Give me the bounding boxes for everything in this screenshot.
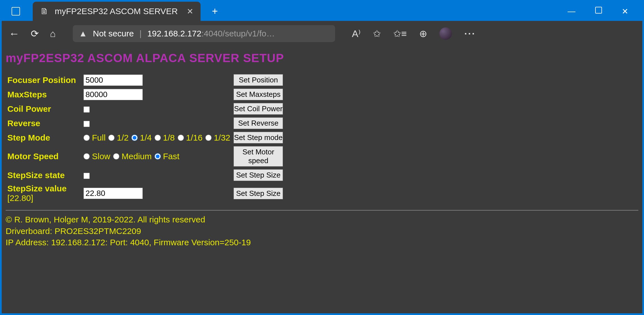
coil-power-checkbox[interactable]: [83, 106, 90, 113]
address-bar[interactable]: ▲ Not secure | 192.168.2.172:4040/setup/…: [73, 25, 335, 42]
stepsize-state-checkbox[interactable]: [83, 173, 90, 179]
step-mode-eighth[interactable]: [155, 135, 161, 141]
focuser-position-input[interactable]: [83, 75, 143, 86]
read-aloud-icon[interactable]: A⁾: [352, 28, 361, 39]
collections-icon[interactable]: ⊕: [419, 28, 427, 39]
label-reverse: Reverse: [6, 116, 82, 130]
refresh-button[interactable]: ⟳: [31, 28, 39, 39]
step-mode-quarter[interactable]: [131, 135, 138, 141]
new-tab-button[interactable]: +: [212, 5, 218, 17]
browser-tab[interactable]: 🗎 myFP2ESP32 ASCOM SERVER ✕: [33, 2, 201, 21]
label-focuser-position: Focuser Position: [6, 73, 82, 87]
separator: [6, 210, 638, 211]
page-icon: 🗎: [40, 6, 49, 16]
label-step-mode: Step Mode: [6, 130, 82, 145]
back-button[interactable]: ←: [9, 28, 19, 40]
browser-toolbar: ← ⟳ ⌂ ▲ Not secure | 192.168.2.172:4040/…: [2, 21, 642, 46]
titlebar: 🗎 myFP2ESP32 ASCOM SERVER ✕ + — ✕: [2, 2, 642, 21]
tab-actions-icon: [12, 7, 20, 16]
label-maxsteps: MaxSteps: [6, 87, 82, 102]
step-mode-options: Full 1/2 1/4 1/8 1/16 1/32: [83, 133, 230, 143]
page-content: myFP2ESP32 ASCOM ALPACA SERVER SETUP Foc…: [2, 46, 642, 313]
step-mode-half[interactable]: [108, 135, 115, 141]
reverse-checkbox[interactable]: [83, 121, 90, 127]
motor-speed-fast[interactable]: [155, 153, 161, 159]
step-mode-thirtysecond[interactable]: [205, 135, 212, 141]
settings-form: Focuser Position Set Position MaxSteps S…: [6, 73, 285, 204]
label-coil-power: Coil Power: [6, 102, 82, 116]
footer: © R. Brown, Holger M, 2019-2022. All rig…: [6, 214, 638, 248]
set-coil-power-button[interactable]: Set Coil Power: [234, 103, 283, 115]
security-status: Not secure: [93, 29, 134, 38]
sidebar-toggle[interactable]: [2, 7, 30, 16]
motor-speed-medium[interactable]: [113, 153, 119, 159]
label-stepsize-value: StepSize value [22.80]: [6, 182, 82, 204]
close-window-button[interactable]: ✕: [622, 7, 628, 16]
set-position-button[interactable]: Set Position: [234, 74, 283, 86]
maximize-button[interactable]: [595, 7, 602, 14]
motor-speed-slow[interactable]: [83, 153, 90, 159]
warning-icon: ▲: [79, 29, 87, 38]
set-reverse-button[interactable]: Set Reverse: [234, 117, 283, 129]
favorite-icon[interactable]: ✩: [373, 28, 381, 39]
page-title: myFP2ESP32 ASCOM ALPACA SERVER SETUP: [6, 51, 638, 65]
motor-speed-options: Slow Medium Fast: [83, 152, 230, 161]
close-tab-icon[interactable]: ✕: [187, 7, 193, 16]
footer-driverboard: Driverboard: PRO2ES32PTMC2209: [6, 226, 638, 237]
favorites-bar-icon[interactable]: ✩≡: [393, 28, 407, 39]
minimize-button[interactable]: —: [568, 7, 575, 16]
set-maxsteps-button[interactable]: Set Maxsteps: [234, 89, 283, 100]
footer-copyright: © R. Brown, Holger M, 2019-2022. All rig…: [6, 214, 638, 226]
stepsize-value-input[interactable]: [83, 188, 143, 199]
url-host: 192.168.2.172: [147, 29, 201, 38]
label-motor-speed: Motor Speed: [6, 145, 82, 168]
set-motor-speed-button[interactable]: Set Motor speed: [234, 146, 283, 167]
set-step-mode-button[interactable]: Set Step mode: [234, 132, 283, 143]
set-stepsize-value-button[interactable]: Set Step Size: [234, 188, 283, 199]
profile-avatar[interactable]: [439, 27, 452, 40]
step-mode-full[interactable]: [83, 135, 90, 141]
tab-title: myFP2ESP32 ASCOM SERVER: [55, 6, 178, 16]
stepsize-suffix: [22.80]: [7, 193, 33, 203]
maxsteps-input[interactable]: [83, 89, 143, 100]
home-button[interactable]: ⌂: [50, 28, 56, 39]
label-stepsize-state: StepSize state: [6, 168, 82, 182]
set-stepsize-state-button[interactable]: Set Step Size: [234, 169, 283, 181]
more-menu-icon[interactable]: ···: [464, 28, 476, 39]
url-path: :4040/setup/v1/fo…: [201, 29, 275, 38]
step-mode-sixteenth[interactable]: [178, 135, 184, 141]
footer-ipinfo: IP Address: 192.168.2.172: Port: 4040, F…: [6, 237, 638, 248]
